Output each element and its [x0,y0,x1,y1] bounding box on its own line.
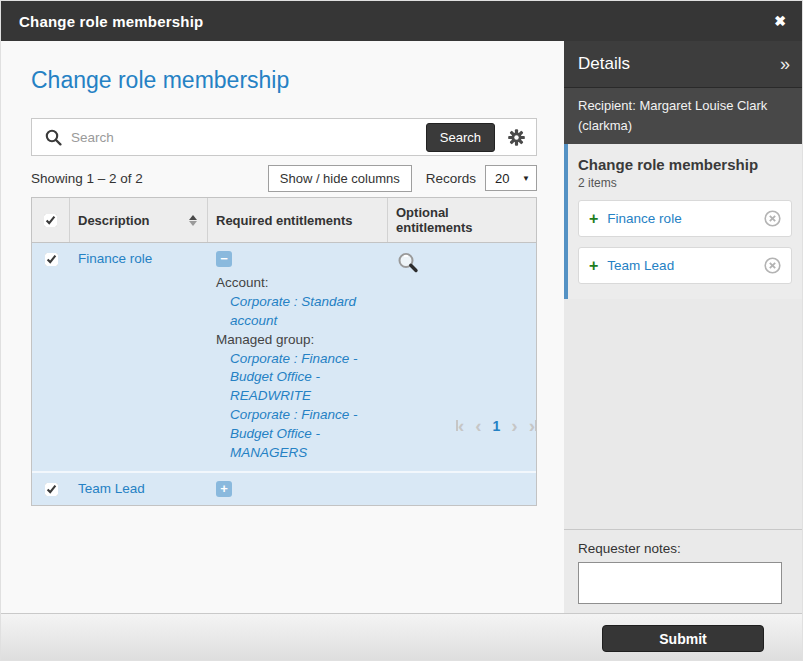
submit-button[interactable]: Submit [602,625,764,652]
search-icon [45,129,62,146]
role-link[interactable]: Team Lead [78,481,145,496]
expand-row-icon[interactable]: + [216,481,232,497]
dialog-footer: Submit [1,613,803,661]
select-all-cell [32,198,70,242]
search-button[interactable]: Search [426,123,495,152]
table-row-team-lead: Team Lead + [32,471,536,505]
requester-notes-input[interactable] [578,562,782,604]
optional-entitlements-cell [388,473,536,505]
add-icon: + [589,211,598,227]
previous-page-icon[interactable]: ‹ [475,416,481,435]
page-title: Change role membership [31,67,564,94]
column-header-optional-entitlements[interactable]: Optional entitlements [388,198,536,242]
add-icon: + [589,258,598,274]
required-entitlements-cell: − Account: Corporate : Standard account … [208,243,388,471]
row-checkbox-cell [32,473,70,505]
cart-card: Change role membership 2 items + Finance… [564,144,803,299]
last-page-icon[interactable]: › [529,416,537,435]
entitlement-link[interactable]: Corporate : Finance - Budget Office - RE… [216,350,380,407]
required-entitlements-cell: + [208,473,388,505]
main-content: Change role membership Search Showing 1 … [1,41,564,613]
current-page-number[interactable]: 1 [493,418,501,434]
column-header-description[interactable]: Description [70,198,208,242]
next-page-icon[interactable]: › [511,416,517,435]
first-page-icon[interactable]: ‹ [456,416,464,435]
description-cell: Finance role [70,243,208,471]
roles-table: Description Required entitlements Option… [31,197,537,506]
cart-item-label[interactable]: Finance role [607,211,755,226]
chevron-down-icon: ▼ [522,174,530,183]
remove-item-icon[interactable] [764,210,781,227]
cart-item-label[interactable]: Team Lead [607,258,755,273]
search-input[interactable] [71,130,426,145]
details-title: Details [578,54,630,74]
table-toolbar: Showing 1 – 2 of 2 Show / hide columns R… [31,164,537,192]
show-hide-columns-button[interactable]: Show / hide columns [268,165,412,192]
collapse-row-icon[interactable]: − [216,251,232,267]
row-checkbox[interactable] [45,483,58,496]
entitlement-link[interactable]: Corporate : Standard account [216,293,380,331]
requester-notes-section: Requester notes: [564,529,803,613]
dialog-titlebar: Change role membership ✖ [1,1,803,41]
magnifier-preview-icon[interactable] [396,251,420,275]
column-header-required-entitlements[interactable]: Required entitlements [208,198,388,242]
collapse-panel-icon[interactable]: » [780,55,790,73]
close-icon[interactable]: ✖ [774,14,786,28]
remove-item-icon[interactable] [764,257,781,274]
cart-item-team-lead: + Team Lead [578,247,792,284]
details-sidebar: Details » Recipient: Margaret Louise Cla… [564,41,803,613]
records-label: Records [426,171,476,186]
requester-notes-label: Requester notes: [578,541,681,556]
change-role-membership-dialog: Change role membership ✖ Change role mem… [0,0,803,661]
gear-icon[interactable] [507,128,526,147]
records-select[interactable]: 20 ▼ [485,165,537,191]
recipient-info: Recipient: Margaret Louise Clark (clarkm… [564,88,803,144]
showing-count-text: Showing 1 – 2 of 2 [31,171,268,186]
cart-item-finance-role: + Finance role [578,200,792,237]
cart-title: Change role membership [578,156,792,173]
entitlement-group-label: Account: [216,275,269,290]
details-header: Details » [564,41,803,88]
cart-item-count: 2 items [578,176,792,190]
sort-icon[interactable] [189,215,199,226]
row-checkbox[interactable] [45,253,58,266]
description-cell: Team Lead [70,473,208,505]
row-checkbox-cell [32,243,70,471]
records-select-value: 20 [495,171,509,186]
entitlement-group-label: Managed group: [216,332,314,347]
optional-entitlements-cell [388,243,536,471]
select-all-checkbox[interactable] [44,214,57,227]
pagination: ‹ ‹ 1 › › [31,416,537,435]
sidebar-spacer [564,299,803,529]
table-row-finance-role: Finance role − Account: Corporate : Stan… [32,243,536,471]
search-bar: Search [31,118,537,156]
role-link[interactable]: Finance role [78,251,152,266]
table-header-row: Description Required entitlements Option… [32,198,536,243]
dialog-title: Change role membership [19,13,203,30]
